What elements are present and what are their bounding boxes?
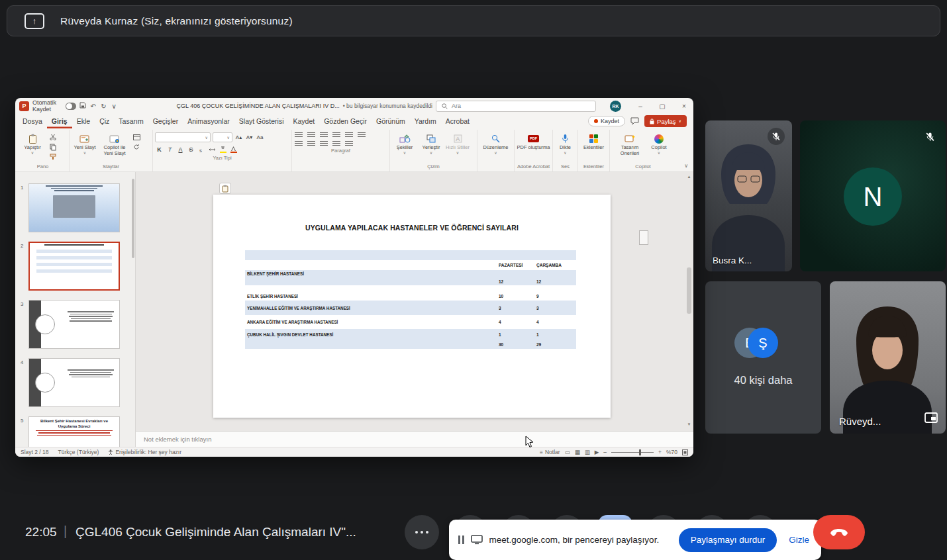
pause-sharing-icon[interactable] bbox=[458, 536, 464, 544]
stop-sharing-button[interactable]: Paylaşmayı durdur bbox=[679, 528, 777, 552]
menu-slayt-gosterisi[interactable]: Slayt Gösterisi bbox=[234, 114, 289, 128]
editing-button[interactable]: Düzenleme ∨ bbox=[480, 131, 512, 155]
hide-notification-link[interactable]: Gizle bbox=[789, 535, 809, 545]
menu-tasarim[interactable]: Tasarım bbox=[114, 114, 148, 128]
grow-font-button[interactable]: A▴ bbox=[234, 133, 243, 142]
design-ideas-button[interactable]: Tasarım Önerileri bbox=[615, 131, 645, 156]
font-color-button[interactable] bbox=[229, 145, 238, 154]
zoom-slider-thumb[interactable] bbox=[639, 449, 641, 455]
zoom-slider[interactable] bbox=[611, 452, 654, 453]
leave-call-button[interactable] bbox=[813, 515, 865, 549]
menu-dosya[interactable]: Dosya bbox=[18, 114, 47, 128]
justify-icon[interactable] bbox=[332, 141, 340, 147]
bold-button[interactable]: K bbox=[155, 145, 164, 154]
shrink-font-button[interactable]: A▾ bbox=[245, 133, 254, 142]
autosave-toggle[interactable] bbox=[66, 103, 75, 110]
align-center-icon[interactable] bbox=[307, 141, 315, 147]
align-right-icon[interactable] bbox=[320, 141, 328, 147]
user-avatar[interactable]: RK bbox=[610, 101, 621, 112]
slideshow-button[interactable]: ▶ bbox=[595, 449, 599, 455]
accessibility-status[interactable]: Erişilebilirlik: Her şey hazır bbox=[108, 449, 181, 455]
columns-icon[interactable] bbox=[345, 141, 353, 147]
character-spacing-button[interactable] bbox=[208, 145, 217, 154]
fit-to-window-icon[interactable] bbox=[682, 449, 688, 455]
quick-styles-button[interactable]: A Hızlı Stiller ∨ bbox=[445, 131, 470, 155]
copilot-new-slide-button[interactable]: Copilot ile Yeni Slayt bbox=[99, 131, 130, 156]
quick-access-chevron-icon[interactable]: ∨ bbox=[111, 103, 118, 110]
notes-pane[interactable]: Not eklemek için tıklayın bbox=[136, 431, 693, 447]
zoom-level[interactable]: %70 bbox=[666, 449, 677, 455]
participant-tile-n[interactable]: N bbox=[800, 120, 946, 271]
font-size-combo[interactable]: ∨ bbox=[213, 132, 232, 142]
slide-layout-icon[interactable] bbox=[131, 133, 142, 141]
undo-icon[interactable]: ↶ bbox=[89, 103, 97, 110]
thumbnail-scrollbar[interactable] bbox=[132, 179, 134, 258]
menu-yardim[interactable]: Yardım bbox=[410, 114, 441, 128]
reset-slide-icon[interactable] bbox=[131, 143, 142, 151]
copilot-button[interactable]: Copilot ∨ bbox=[646, 131, 672, 155]
menu-ekle[interactable]: Ekle bbox=[72, 114, 95, 128]
menu-animasyonlar[interactable]: Animasyonlar bbox=[183, 114, 234, 128]
menu-kaydet[interactable]: Kaydet bbox=[288, 114, 319, 128]
saved-status[interactable]: • bu bilgisayar konumuna kaydedildi bbox=[343, 103, 432, 109]
cut-icon[interactable] bbox=[48, 133, 58, 141]
scroll-up-icon[interactable]: ▲ bbox=[686, 175, 692, 179]
decrease-indent-icon[interactable] bbox=[320, 132, 328, 138]
share-button[interactable]: Paylaş ∨ bbox=[644, 115, 687, 127]
zoom-in-button[interactable]: + bbox=[658, 449, 662, 455]
italic-button[interactable]: T bbox=[166, 145, 174, 154]
menu-ciz[interactable]: Çiz bbox=[95, 114, 114, 128]
search-input[interactable]: Ara bbox=[436, 101, 596, 112]
restore-button[interactable]: ▢ bbox=[653, 98, 672, 114]
copy-icon[interactable] bbox=[48, 143, 58, 151]
underline-button[interactable]: A bbox=[176, 145, 185, 154]
menu-gecisler[interactable]: Geçişler bbox=[148, 114, 183, 128]
normal-view-button[interactable]: ▭ bbox=[565, 449, 570, 455]
collapse-ribbon-icon[interactable]: ∨ bbox=[684, 163, 692, 171]
reading-view-button[interactable]: ▥ bbox=[585, 449, 590, 455]
editor-scrollbar[interactable]: ▲ ▼ bbox=[686, 175, 692, 426]
paste-button[interactable]: Yapıştır ∨ bbox=[19, 131, 46, 155]
slide-thumbnail-2-selected[interactable] bbox=[28, 242, 120, 291]
record-button[interactable]: Kaydet bbox=[588, 116, 625, 126]
close-button[interactable]: × bbox=[675, 98, 693, 114]
language-status[interactable]: Türkçe (Türkiye) bbox=[58, 449, 99, 455]
zoom-out-button[interactable]: – bbox=[603, 449, 607, 455]
increase-indent-icon[interactable] bbox=[332, 132, 340, 138]
autosave-control[interactable]: Otomatik Kaydet bbox=[32, 99, 76, 113]
redo-icon[interactable]: ↻ bbox=[100, 103, 107, 110]
shapes-button[interactable]: Şekiller ∨ bbox=[392, 131, 417, 155]
slide-thumbnail-4[interactable] bbox=[28, 358, 120, 407]
menu-gorunum[interactable]: Görünüm bbox=[372, 114, 410, 128]
save-icon[interactable] bbox=[79, 102, 87, 110]
picture-in-picture-icon[interactable] bbox=[924, 412, 938, 426]
dictate-button[interactable]: Dikte ∨ bbox=[555, 131, 575, 155]
numbering-icon[interactable] bbox=[307, 132, 315, 138]
arrange-button[interactable]: Yerleştir ∨ bbox=[419, 131, 444, 155]
align-left-icon[interactable] bbox=[295, 141, 303, 147]
minimize-button[interactable]: – bbox=[631, 98, 650, 114]
text-shadow-button[interactable]: s bbox=[197, 145, 206, 154]
change-case-button[interactable]: Aa bbox=[256, 133, 264, 142]
slide-canvas[interactable]: UYGULAMA YAPILACAK HASTANELER VE ÖĞRENCİ… bbox=[213, 195, 611, 418]
pdf-create-button[interactable]: PDF PDF oluşturma bbox=[517, 131, 550, 151]
comments-icon[interactable] bbox=[630, 117, 639, 125]
paste-options-float-button[interactable] bbox=[219, 183, 231, 194]
slide-thumbnail-5[interactable]: Bilkent Şehir Hastanesi Evrakları ve Uyg… bbox=[28, 416, 120, 447]
new-slide-button[interactable]: Yeni Slayt ∨ bbox=[72, 131, 98, 155]
slide-thumbnail-1[interactable] bbox=[28, 183, 120, 232]
text-direction-icon[interactable] bbox=[358, 132, 366, 138]
participant-tile-busra[interactable]: Busra K... bbox=[705, 120, 792, 271]
menu-gozden-gecir[interactable]: Gözden Geçir bbox=[319, 114, 372, 128]
participant-tile-ruveyda[interactable]: Rüveyd... bbox=[830, 281, 946, 434]
highlight-color-button[interactable] bbox=[219, 145, 227, 154]
menu-acrobat[interactable]: Acrobat bbox=[441, 114, 474, 128]
more-options-button[interactable] bbox=[405, 515, 439, 549]
font-name-combo[interactable]: ∨ bbox=[155, 132, 211, 142]
addins-button[interactable]: Eklentiler bbox=[580, 131, 607, 151]
scrollbar-thumb[interactable] bbox=[687, 267, 691, 314]
menu-giris[interactable]: Giriş bbox=[47, 114, 72, 128]
slide-thumbnail-3[interactable] bbox=[28, 300, 120, 349]
notes-toggle-button[interactable]: ≡ Notlar bbox=[540, 449, 560, 455]
format-painter-icon[interactable] bbox=[48, 153, 58, 161]
